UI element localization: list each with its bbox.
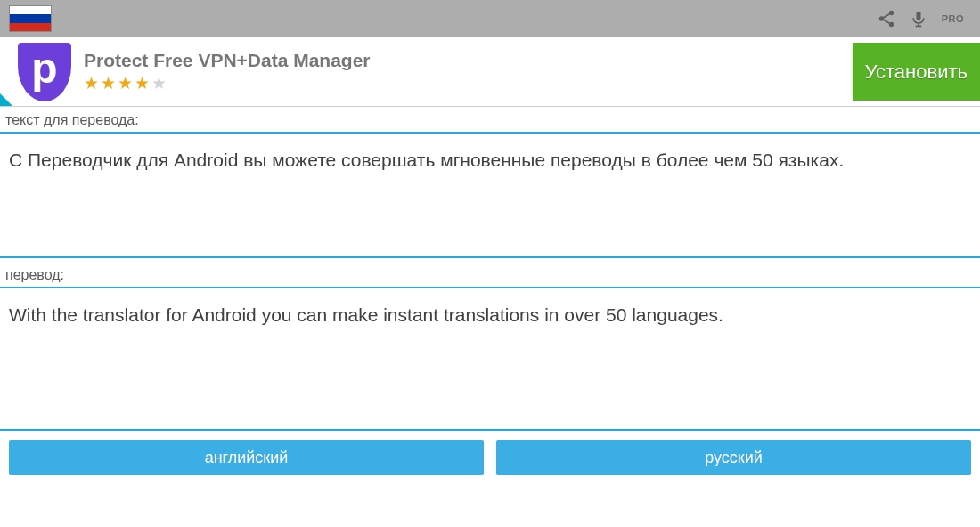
ad-banner[interactable]: p Protect Free VPN+Data Manager ★★★★★ Ус… xyxy=(0,37,980,107)
top-bar: PRO xyxy=(0,0,980,37)
target-language-button[interactable]: русский xyxy=(496,440,971,475)
source-language-button[interactable]: английский xyxy=(9,440,484,475)
svg-point-0 xyxy=(888,11,894,16)
microphone-icon[interactable] xyxy=(902,3,935,35)
source-text-input[interactable] xyxy=(0,134,980,258)
target-label: перевод: xyxy=(0,262,980,288)
target-text-output: With the translator for Android you can … xyxy=(0,288,980,431)
ad-rating-stars: ★★★★★ xyxy=(84,73,371,93)
ad-icon-letter: p xyxy=(31,47,57,90)
svg-point-1 xyxy=(878,16,884,21)
flag-russia-icon[interactable] xyxy=(9,5,52,32)
source-label: текст для перевода: xyxy=(0,107,980,134)
adchoice-icon xyxy=(0,93,12,106)
share-icon[interactable] xyxy=(870,3,902,35)
svg-rect-3 xyxy=(916,12,920,20)
pro-badge[interactable]: PRO xyxy=(935,13,971,24)
language-row: английский русский xyxy=(0,431,980,486)
ad-title: Protect Free VPN+Data Manager xyxy=(84,50,371,71)
svg-point-2 xyxy=(888,22,894,27)
install-button[interactable]: Установить xyxy=(853,43,980,101)
ad-app-icon: p xyxy=(18,43,71,101)
